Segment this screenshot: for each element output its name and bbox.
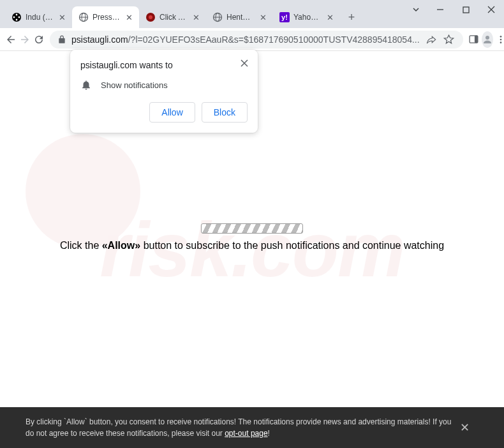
new-tab-button[interactable]: + bbox=[343, 8, 360, 26]
tab-title: Yahoo | M bbox=[293, 13, 321, 22]
svg-text:y!: y! bbox=[281, 13, 288, 21]
permission-row-text: Show notifications bbox=[101, 80, 168, 90]
prompt-bold: «Allow» bbox=[102, 240, 140, 251]
consent-bar: By clicking `Allow` button, you consent … bbox=[0, 407, 504, 448]
forward-button[interactable] bbox=[19, 31, 31, 49]
chevron-down-icon[interactable] bbox=[404, 0, 427, 19]
close-window-button[interactable] bbox=[478, 0, 504, 19]
profile-avatar[interactable] bbox=[482, 31, 493, 48]
back-button[interactable] bbox=[5, 31, 17, 49]
tab-0[interactable]: Indu (202 ✕ bbox=[5, 6, 72, 28]
svg-point-19 bbox=[485, 36, 489, 40]
globe-icon bbox=[212, 12, 223, 22]
svg-point-1 bbox=[16, 14, 18, 16]
permission-popup: psistaugli.com wants to Show notificatio… bbox=[70, 50, 258, 133]
progress-loader bbox=[201, 223, 303, 234]
svg-rect-16 bbox=[463, 7, 469, 13]
tab-3[interactable]: Hentai Ha ✕ bbox=[206, 6, 273, 28]
prompt-pre: Click the bbox=[60, 240, 102, 251]
opt-out-link[interactable]: opt-out page bbox=[225, 429, 267, 438]
svg-point-20 bbox=[500, 36, 501, 38]
close-icon[interactable] bbox=[239, 57, 250, 69]
close-icon[interactable]: ✕ bbox=[457, 419, 472, 437]
reload-button[interactable] bbox=[33, 31, 45, 49]
bell-icon bbox=[80, 79, 92, 91]
minimize-button[interactable] bbox=[427, 0, 453, 19]
svg-point-9 bbox=[149, 15, 152, 19]
tab-2[interactable]: Click Allo ✕ bbox=[139, 6, 206, 28]
url-host: psistaugli.com bbox=[71, 34, 128, 45]
tab-title: Indu (202 bbox=[26, 13, 53, 22]
share-icon[interactable] bbox=[425, 34, 438, 45]
block-button[interactable]: Block bbox=[202, 102, 248, 123]
svg-point-2 bbox=[19, 17, 20, 19]
titlebar: Indu (202 ✕ Press Allo ✕ Click Allo ✕ He… bbox=[0, 0, 504, 28]
tab-title: Hentai Ha bbox=[226, 13, 254, 22]
menu-icon[interactable] bbox=[496, 31, 504, 49]
svg-point-21 bbox=[500, 38, 501, 40]
side-panel-icon[interactable] bbox=[468, 31, 479, 49]
page-center: Click the «Allow» button to subscribe to… bbox=[0, 223, 504, 251]
film-icon bbox=[11, 12, 22, 22]
close-icon[interactable]: ✕ bbox=[191, 12, 201, 22]
close-icon[interactable]: ✕ bbox=[258, 12, 268, 22]
lock-icon bbox=[57, 35, 66, 44]
svg-point-3 bbox=[16, 19, 18, 21]
red-dot-icon bbox=[145, 12, 156, 22]
tab-title: Click Allo bbox=[159, 13, 187, 22]
svg-point-4 bbox=[13, 17, 15, 19]
permission-row: Show notifications bbox=[80, 79, 248, 91]
url-text: psistaugli.com/?l=02GYUEFO3sEAauR&s=$168… bbox=[71, 34, 420, 45]
consent-line2: ! bbox=[268, 429, 270, 438]
tab-4[interactable]: y! Yahoo | M ✕ bbox=[273, 6, 340, 28]
allow-button[interactable]: Allow bbox=[149, 102, 195, 123]
yahoo-icon: y! bbox=[279, 12, 290, 22]
svg-rect-18 bbox=[475, 36, 478, 43]
tab-1[interactable]: Press Allo ✕ bbox=[72, 6, 139, 28]
svg-point-22 bbox=[500, 41, 501, 43]
tabs-row: Indu (202 ✕ Press Allo ✕ Click Allo ✕ He… bbox=[5, 6, 360, 28]
consent-text: By clicking `Allow` button, you consent … bbox=[26, 416, 457, 439]
prompt-post: button to subscribe to the push notifica… bbox=[140, 240, 444, 251]
globe-icon bbox=[78, 12, 89, 22]
permission-title: psistaugli.com wants to bbox=[80, 60, 248, 70]
close-icon[interactable]: ✕ bbox=[325, 12, 335, 22]
window-controls bbox=[404, 0, 504, 19]
tab-title: Press Allo bbox=[93, 13, 120, 22]
close-icon[interactable]: ✕ bbox=[124, 12, 134, 22]
maximize-button[interactable] bbox=[453, 0, 478, 19]
star-icon[interactable] bbox=[443, 34, 456, 45]
toolbar: psistaugli.com/?l=02GYUEFO3sEAauR&s=$168… bbox=[0, 28, 504, 51]
close-icon[interactable]: ✕ bbox=[57, 12, 67, 22]
address-bar[interactable]: psistaugli.com/?l=02GYUEFO3sEAauR&s=$168… bbox=[50, 31, 463, 49]
url-path: /?l=02GYUEFO3sEAauR&s=$168717690510000TU… bbox=[128, 34, 420, 45]
prompt-text: Click the «Allow» button to subscribe to… bbox=[60, 240, 444, 251]
